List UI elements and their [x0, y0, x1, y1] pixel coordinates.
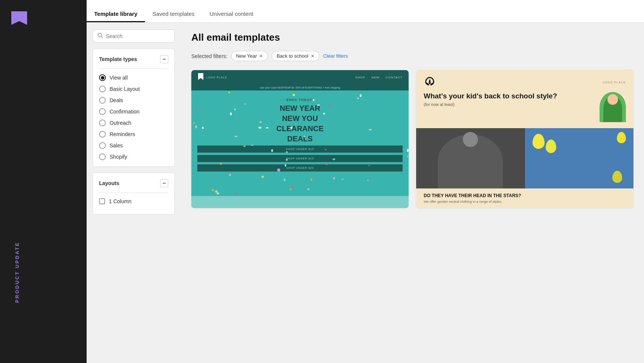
ny-nav-new: NEW [371, 76, 380, 79]
radio-confirmation[interactable]: Confirmation [99, 108, 168, 115]
tab-bar: Template library Saved templates Univers… [87, 0, 644, 23]
checkbox-label-1-column: 1 Column [109, 198, 131, 204]
bts-logo-icon [424, 76, 436, 88]
filters-row: Selected filters: New Year ✕ Back to sch… [191, 51, 633, 61]
bts-bottom-headline: DO THEY HAVE THEIR HEAD IN THE STARS? [424, 193, 626, 198]
page-title: All email templates [191, 32, 633, 43]
selected-filters-label: Selected filters: [191, 53, 227, 59]
search-input[interactable] [106, 33, 170, 39]
svg-rect-4 [163, 183, 166, 184]
radio-circle-reminders [99, 131, 106, 138]
ny-btn-2[interactable]: SHOP UNDER $15 [197, 155, 403, 162]
ny-body: ENDS TODAY! NEW YEAR NEW YOU CLEARANCE D… [191, 90, 409, 196]
ny-nav-contact: CONTACT [386, 76, 403, 79]
radio-view-all[interactable]: View all [99, 74, 168, 81]
svg-line-2 [101, 37, 102, 38]
ny-btn-3[interactable]: SHOP UNDER $20 [197, 164, 403, 172]
ny-headline-1: NEW YEAR [197, 104, 403, 113]
search-box[interactable] [93, 29, 175, 43]
layouts-header: Layouts [99, 179, 168, 187]
layouts-title: Layouts [99, 180, 119, 186]
bts-headline-container: What's your kid's back to school style? … [424, 92, 595, 107]
right-panel: All email templates Selected filters: Ne… [181, 23, 644, 363]
bts-top: LOGO PLACE What's your kid's back to sch… [416, 70, 633, 128]
checkbox-square-1-column [99, 198, 105, 204]
ny-headline-2: NEW YOU [197, 114, 403, 123]
ny-btn-1[interactable]: SHOP UNDER $10 [197, 146, 403, 153]
ny-nav: SHOP NEW CONTACT [356, 76, 403, 79]
bts-logo-row: LOGO PLACE [424, 76, 626, 88]
radio-circle-deals [99, 97, 106, 104]
radio-label-reminders: Reminders [110, 131, 135, 137]
svg-marker-5 [198, 73, 203, 80]
filter-tag-new-year-remove[interactable]: ✕ [259, 54, 263, 59]
ny-logo: LOGO PLACE [197, 73, 227, 82]
balloon-yellow-3 [617, 132, 626, 143]
tab-universal-content[interactable]: Universal content [202, 5, 261, 22]
radio-label-sales: Sales [110, 142, 123, 149]
radio-label-confirmation: Confirmation [110, 109, 139, 115]
ny-logo-icon [197, 73, 204, 82]
filter-tag-new-year-label: New Year [236, 53, 257, 59]
balloon-yellow-1 [533, 134, 545, 149]
filter-tag-new-year[interactable]: New Year ✕ [231, 51, 268, 61]
radio-sales[interactable]: Sales [99, 142, 168, 149]
content-row: Template types View all Basic Layout [87, 23, 644, 363]
new-year-template-card[interactable]: LOGO PLACE SHOP NEW CONTACT Use your cod… [191, 70, 409, 208]
app-sidebar: PRODUCT UPDATE [0, 0, 87, 363]
bts-bottom: DO THEY HAVE THEIR HEAD IN THE STARS? We… [416, 188, 633, 208]
ny-headline-4: DEALS [197, 135, 403, 143]
template-types-header: Template types [99, 55, 168, 63]
radio-deals[interactable]: Deals [99, 97, 168, 104]
radio-label-basic-layout: Basic Layout [110, 86, 140, 92]
product-update-label: PRODUCT UPDATE [14, 242, 20, 303]
bts-person-image [600, 92, 626, 122]
radio-circle-sales [99, 142, 106, 149]
ny-logo-text: LOGO PLACE [206, 76, 227, 79]
svg-rect-3 [163, 59, 166, 60]
back-to-school-template-card[interactable]: LOGO PLACE What's your kid's back to sch… [416, 70, 633, 208]
svg-marker-0 [11, 11, 27, 25]
filter-tag-back-to-school-label: Back to school [276, 53, 308, 59]
radio-basic-layout[interactable]: Basic Layout [99, 86, 168, 92]
tab-saved-templates[interactable]: Saved templates [145, 5, 202, 22]
bts-photo-left [416, 128, 525, 188]
bts-photo-right [525, 128, 634, 188]
bts-logo-place-label: LOGO PLACE [603, 81, 626, 84]
checkbox-1-column[interactable]: 1 Column [99, 198, 168, 204]
bts-bottom-sub: We offer gender neutral clothing in a ra… [424, 200, 626, 204]
balloon-yellow-2 [546, 139, 556, 153]
radio-circle-basic-layout [99, 86, 106, 92]
radio-outreach[interactable]: Outreach [99, 119, 168, 126]
template-types-title: Template types [99, 56, 137, 62]
ny-nav-shop: SHOP [356, 76, 366, 79]
radio-label-shopify: Shopify [110, 154, 127, 160]
template-types-collapse-btn[interactable] [160, 55, 168, 63]
layouts-collapse-btn[interactable] [160, 179, 168, 187]
filter-tag-back-to-school-remove[interactable]: ✕ [311, 54, 314, 59]
bts-sub: (for now at least) [424, 102, 595, 107]
radio-circle-outreach [99, 119, 106, 126]
logo-icon[interactable] [11, 11, 27, 26]
radio-label-deals: Deals [110, 97, 123, 103]
bts-headline-row: What's your kid's back to school style? … [424, 92, 626, 122]
radio-circle-shopify [99, 153, 106, 160]
ny-banner: Use your code NEWYEAR for 35% off EVERYT… [191, 85, 409, 90]
template-types-panel: Template types View all Basic Layout [93, 49, 175, 167]
radio-label-outreach: Outreach [110, 120, 131, 126]
balloon-yellow-4 [612, 171, 622, 183]
left-panel: Template types View all Basic Layout [87, 23, 181, 363]
bts-image-section [416, 128, 633, 188]
clear-filters-link[interactable]: Clear filters [323, 53, 348, 59]
radio-shopify[interactable]: Shopify [99, 153, 168, 160]
main-content: Template library Saved templates Univers… [87, 0, 644, 363]
radio-reminders[interactable]: Reminders [99, 131, 168, 138]
template-grid: LOGO PLACE SHOP NEW CONTACT Use your cod… [191, 70, 633, 208]
bts-headline: What's your kid's back to school style? [424, 92, 595, 101]
radio-label-view-all: View all [110, 75, 128, 81]
filter-tag-back-to-school[interactable]: Back to school ✕ [272, 51, 319, 61]
tab-template-library[interactable]: Template library [87, 5, 145, 22]
layouts-panel: Layouts 1 Column [93, 173, 175, 214]
ny-headline-3: CLEARANCE [197, 124, 403, 133]
ny-header: LOGO PLACE SHOP NEW CONTACT [191, 70, 409, 85]
